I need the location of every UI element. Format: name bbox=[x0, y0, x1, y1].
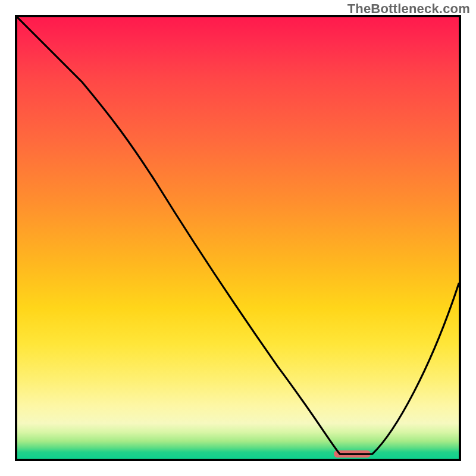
bottleneck-curve bbox=[17, 17, 459, 459]
chart-container: TheBottleneck.com bbox=[0, 0, 476, 476]
curve-path bbox=[17, 17, 459, 454]
plot-frame bbox=[15, 15, 461, 461]
